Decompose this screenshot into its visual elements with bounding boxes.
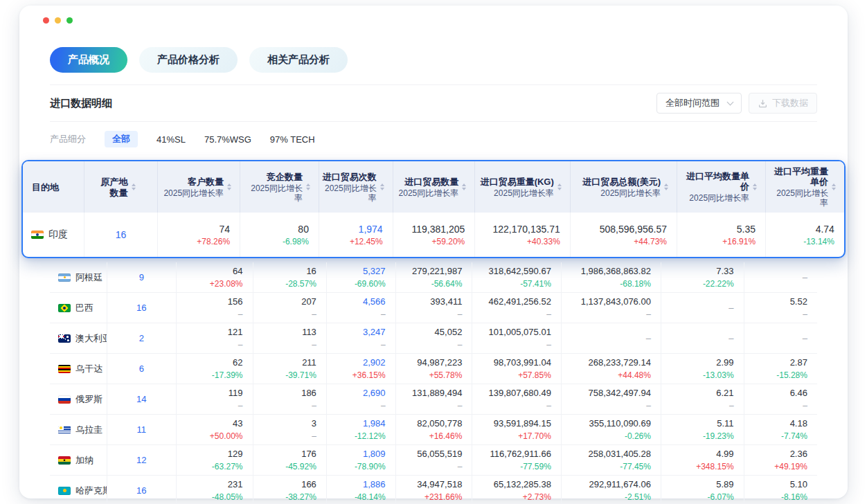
origin-count-link[interactable]: 16: [116, 229, 127, 240]
column-header-destination: 目的地: [23, 161, 84, 213]
table-row[interactable]: 乌拉圭1143+50.00%3–1,984-12.12%82,050,778+1…: [50, 414, 817, 444]
origin-count-link[interactable]: 11: [137, 424, 147, 435]
tab-price-analysis[interactable]: 产品价格分析: [139, 47, 238, 73]
minimize-window-icon[interactable]: [55, 17, 61, 24]
time-range-select[interactable]: 全部时间范围: [656, 93, 742, 114]
cell-avg-quantity-price: 4.99+348.15%: [661, 445, 744, 475]
growth-rate: -22.22%: [703, 279, 734, 289]
table-row[interactable]: 巴西16156–207–4,566–393,411–462,491,256.52…: [50, 292, 817, 323]
highlighted-table-row[interactable]: 印度1674+78.26%80-6.98%1,974+12.45%119,381…: [23, 213, 844, 257]
sort-icon[interactable]: [753, 183, 757, 190]
column-header-competitor-count[interactable]: 竞企数量2025同比增长率: [240, 161, 319, 213]
cell-trade-weight: 318,642,590.67-57.41%: [472, 262, 561, 292]
growth-rate: +36.15%: [352, 370, 386, 380]
column-title: 原产地: [101, 177, 128, 187]
trade-count-link[interactable]: 1,974: [359, 224, 383, 235]
growth-rate: -45.92%: [285, 462, 316, 471]
maximize-window-icon[interactable]: [66, 17, 73, 24]
cell-value: 6.46: [790, 388, 807, 399]
cell-trade-weight: 65,132,285.38+2.73%: [472, 476, 561, 504]
growth-rate: -0.26%: [625, 431, 651, 441]
column-header-trade-amount[interactable]: 进口贸易总额(美元)2025同比增长率: [570, 161, 677, 213]
cell-trade-count: 3,247–: [326, 323, 395, 353]
cell-trade-count: 2,902+36.15%: [326, 354, 395, 384]
filter-option-2[interactable]: 75.7%WSG: [204, 134, 251, 145]
growth-rate: +78.26%: [197, 237, 230, 246]
sort-icon[interactable]: [306, 183, 310, 190]
tab-related-products[interactable]: 相关产品分析: [249, 47, 348, 73]
growth-rate: +49.19%: [774, 462, 807, 471]
origin-count-link[interactable]: 9: [139, 272, 144, 283]
trade-count-link[interactable]: 1,984: [363, 418, 386, 429]
origin-count-link[interactable]: 6: [139, 363, 144, 375]
cell-trade-amount: 1,137,843,076.00–: [561, 293, 661, 323]
origin-count-link[interactable]: 16: [136, 303, 146, 314]
column-header-avg-weight-price[interactable]: 进口平均重量单价2025同比增长率: [765, 161, 844, 213]
growth-rate: -69.60%: [355, 279, 386, 289]
growth-rate: –: [238, 309, 243, 319]
column-header-trade-count[interactable]: 进口贸易次数2025同比增长率: [319, 161, 393, 213]
cell-origin-count: 16: [107, 476, 176, 504]
cell-destination: 加纳: [50, 445, 107, 475]
table-row[interactable]: 俄罗斯14119–186–2,690–131,889,494–139,807,6…: [50, 384, 817, 414]
cell-trade-amount: 268,233,729.14+44.48%: [561, 354, 661, 384]
column-header-trade-weight[interactable]: 进口贸易重量(KG)2025同比增长率: [474, 161, 570, 213]
origin-count-link[interactable]: 16: [136, 485, 146, 496]
column-header-customer-count[interactable]: 客户数量2025同比增长率: [157, 161, 240, 213]
trade-count-link[interactable]: 1,886: [363, 479, 386, 490]
filter-option-0[interactable]: 全部: [105, 131, 138, 147]
trade-count-link[interactable]: 2,902: [363, 357, 386, 368]
column-subtitle: 数量: [101, 188, 128, 198]
sort-icon[interactable]: [462, 183, 466, 190]
cell-trade-count: 1,886-48.14%: [326, 476, 395, 504]
table-row[interactable]: 阿根廷964+23.08%16-28.57%5,327-69.60%279,22…: [50, 262, 817, 292]
origin-count-link[interactable]: 2: [139, 333, 144, 344]
sort-icon[interactable]: [832, 183, 836, 190]
growth-rate: -13.03%: [703, 370, 734, 380]
filter-option-1[interactable]: 41%SL: [157, 134, 186, 145]
trade-count-link[interactable]: 1,809: [363, 449, 386, 460]
column-header-trade-quantity[interactable]: 进口贸易数量2025同比增长率: [393, 161, 475, 213]
download-data-button[interactable]: 下载数据: [749, 93, 817, 114]
sort-icon[interactable]: [664, 183, 668, 190]
trade-count-link[interactable]: 5,327: [363, 266, 386, 277]
data-table-body: 阿根廷964+23.08%16-28.57%5,327-69.60%279,22…: [50, 262, 817, 504]
cell-destination: 澳大利亚: [50, 323, 107, 353]
trade-count-link[interactable]: 4,566: [363, 296, 386, 307]
cell-trade-amount: –: [561, 323, 661, 353]
download-label: 下载数据: [772, 97, 808, 109]
sort-icon[interactable]: [557, 183, 562, 190]
cell-value: 94,987,223: [417, 357, 462, 368]
close-window-icon[interactable]: [43, 17, 49, 24]
cell-value: 116,762,911.66: [490, 449, 551, 460]
trade-count-link[interactable]: 3,247: [363, 327, 386, 338]
growth-rate: –: [312, 340, 316, 350]
cell-value: 3: [312, 418, 316, 429]
table-row[interactable]: 哈萨克斯坦16231-48.05%166-38.27%1,886-48.14%3…: [50, 475, 817, 504]
cell-value: 166: [301, 479, 316, 490]
sort-icon[interactable]: [227, 183, 231, 190]
table-row[interactable]: 澳大利亚2121–113–3,247–45,052–101,005,075.01…: [50, 323, 817, 353]
cell-value: 7.33: [716, 266, 733, 277]
sort-icon[interactable]: [380, 183, 384, 190]
cell-trade-quantity: 82,050,778+16.46%: [395, 415, 472, 444]
table-row[interactable]: 加纳12129-63.27%176-45.92%1,809-78.90%56,0…: [50, 444, 817, 475]
sort-icon[interactable]: [132, 183, 136, 190]
column-header-avg-quantity-price[interactable]: 进口平均数量单价2025同比增长率: [677, 161, 765, 213]
growth-rate: –: [546, 309, 551, 319]
growth-rate: –: [803, 401, 807, 411]
trade-count-link[interactable]: 2,690: [363, 388, 386, 399]
origin-count-link[interactable]: 12: [136, 455, 146, 466]
table-row[interactable]: 乌干达662-17.39%211-39.71%2,902+36.15%94,98…: [50, 353, 817, 384]
filter-option-3[interactable]: 97% TECH: [270, 134, 315, 145]
cell-destination: 哈萨克斯坦: [50, 476, 107, 504]
cell-destination: 印度: [23, 213, 84, 257]
tab-product-overview[interactable]: 产品概况: [50, 47, 127, 73]
cell-value: 258,031,405.28: [589, 449, 651, 460]
origin-count-link[interactable]: 14: [136, 394, 146, 405]
cell-avg-quantity-price: 5.89-6.07%: [661, 476, 744, 504]
column-title: 进口贸易总额(美元): [582, 177, 661, 187]
cell-trade-weight: 98,703,991.04+57.85%: [472, 354, 561, 384]
growth-rate: +44.73%: [634, 237, 667, 246]
column-header-origin-count[interactable]: 原产地数量: [84, 161, 158, 213]
